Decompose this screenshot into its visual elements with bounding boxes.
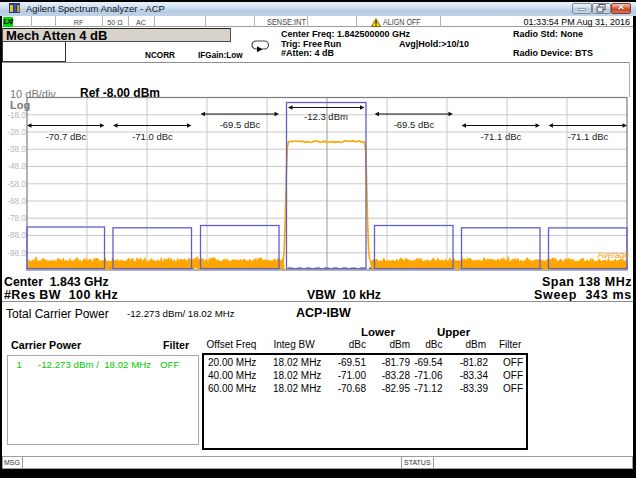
svg-text:-68.0: -68.0 [7, 197, 26, 206]
svg-text:-88.0: -88.0 [7, 231, 26, 240]
svg-text:-69.5 dBc: -69.5 dBc [220, 119, 261, 130]
svg-text:-28.0: -28.0 [7, 128, 26, 137]
svg-text:-78.0: -78.0 [7, 214, 26, 223]
svg-text:Average: Average [597, 250, 629, 260]
svg-text:-71.1 dBc: -71.1 dBc [568, 131, 609, 142]
svg-text:-38.0: -38.0 [7, 145, 26, 154]
svg-text:-12.3 dBm: -12.3 dBm [304, 111, 348, 122]
svg-text:-71.1 dBc: -71.1 dBc [481, 131, 522, 142]
svg-text:-70.7 dBc: -70.7 dBc [46, 131, 87, 142]
svg-text:-58.0: -58.0 [7, 180, 26, 189]
svg-text:-98.0: -98.0 [7, 249, 26, 258]
svg-text:-71.0 dBc: -71.0 dBc [132, 131, 173, 142]
svg-text:-18.0: -18.0 [7, 111, 26, 120]
svg-text:-48.0: -48.0 [7, 162, 26, 171]
svg-text:-69.5 dBc: -69.5 dBc [394, 119, 435, 130]
